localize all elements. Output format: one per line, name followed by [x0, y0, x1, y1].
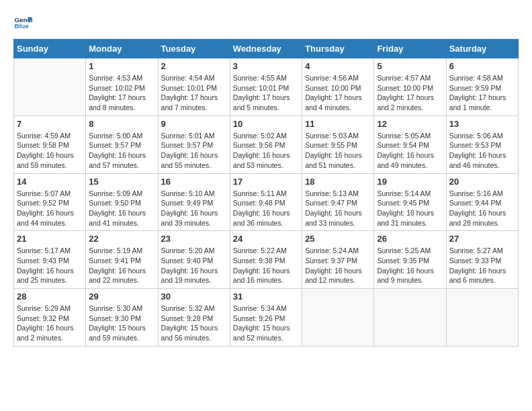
day-info: Sunrise: 5:13 AM Sunset: 9:47 PM Dayligh…	[305, 189, 371, 228]
calendar-cell: 6Sunrise: 4:58 AM Sunset: 9:59 PM Daylig…	[446, 58, 518, 116]
logo-icon: General Blue	[13, 13, 32, 32]
svg-text:Blue: Blue	[14, 22, 29, 30]
day-number: 20	[449, 177, 515, 187]
day-number: 9	[161, 119, 227, 129]
day-number: 6	[449, 61, 515, 71]
calendar-cell: 24Sunrise: 5:22 AM Sunset: 9:38 PM Dayli…	[230, 231, 302, 289]
calendar-cell: 14Sunrise: 5:07 AM Sunset: 9:52 PM Dayli…	[14, 173, 86, 231]
day-number: 14	[17, 177, 83, 187]
calendar-cell: 28Sunrise: 5:29 AM Sunset: 9:32 PM Dayli…	[14, 289, 86, 347]
day-info: Sunrise: 4:58 AM Sunset: 9:59 PM Dayligh…	[449, 73, 515, 113]
calendar-cell: 3Sunrise: 4:55 AM Sunset: 10:01 PM Dayli…	[230, 58, 302, 116]
calendar-cell	[302, 289, 374, 347]
day-number: 10	[233, 119, 299, 129]
day-info: Sunrise: 5:29 AM Sunset: 9:32 PM Dayligh…	[17, 304, 83, 343]
column-header-monday: Monday	[86, 40, 158, 58]
calendar-cell: 7Sunrise: 4:59 AM Sunset: 9:58 PM Daylig…	[14, 116, 86, 173]
day-info: Sunrise: 5:02 AM Sunset: 9:56 PM Dayligh…	[233, 131, 299, 171]
day-info: Sunrise: 5:27 AM Sunset: 9:33 PM Dayligh…	[449, 246, 515, 285]
day-number: 28	[17, 291, 83, 302]
day-info: Sunrise: 5:11 AM Sunset: 9:48 PM Dayligh…	[233, 189, 299, 228]
calendar-cell: 29Sunrise: 5:30 AM Sunset: 9:30 PM Dayli…	[86, 289, 158, 347]
calendar-week-row: 14Sunrise: 5:07 AM Sunset: 9:52 PM Dayli…	[14, 173, 519, 231]
day-number: 31	[233, 291, 299, 302]
column-header-saturday: Saturday	[446, 40, 518, 58]
calendar-cell	[374, 289, 446, 347]
calendar-cell: 11Sunrise: 5:03 AM Sunset: 9:55 PM Dayli…	[302, 116, 374, 173]
day-number: 30	[161, 291, 227, 302]
calendar-cell: 9Sunrise: 5:01 AM Sunset: 9:57 PM Daylig…	[158, 116, 230, 173]
day-number: 13	[449, 119, 515, 129]
day-info: Sunrise: 5:34 AM Sunset: 9:26 PM Dayligh…	[233, 304, 299, 343]
day-number: 18	[305, 177, 371, 187]
calendar-cell: 26Sunrise: 5:25 AM Sunset: 9:35 PM Dayli…	[374, 231, 446, 289]
day-info: Sunrise: 5:19 AM Sunset: 9:41 PM Dayligh…	[89, 246, 154, 285]
calendar-cell: 19Sunrise: 5:14 AM Sunset: 9:45 PM Dayli…	[374, 173, 446, 231]
calendar-cell: 10Sunrise: 5:02 AM Sunset: 9:56 PM Dayli…	[230, 116, 302, 173]
day-info: Sunrise: 5:07 AM Sunset: 9:52 PM Dayligh…	[17, 189, 83, 228]
logo: General Blue	[13, 13, 32, 32]
day-number: 5	[377, 61, 443, 71]
calendar-table: SundayMondayTuesdayWednesdayThursdayFrid…	[13, 39, 519, 347]
calendar-cell: 30Sunrise: 5:32 AM Sunset: 9:28 PM Dayli…	[158, 289, 230, 347]
calendar-cell: 1Sunrise: 4:53 AM Sunset: 10:02 PM Dayli…	[86, 58, 158, 116]
column-header-tuesday: Tuesday	[158, 40, 230, 58]
column-header-sunday: Sunday	[14, 40, 86, 58]
day-info: Sunrise: 5:25 AM Sunset: 9:35 PM Dayligh…	[377, 246, 443, 285]
calendar-cell: 4Sunrise: 4:56 AM Sunset: 10:00 PM Dayli…	[302, 58, 374, 116]
calendar-cell: 23Sunrise: 5:20 AM Sunset: 9:40 PM Dayli…	[158, 231, 230, 289]
day-info: Sunrise: 5:03 AM Sunset: 9:55 PM Dayligh…	[305, 131, 371, 171]
day-number: 3	[233, 61, 299, 71]
day-number: 7	[17, 119, 83, 129]
day-number: 23	[161, 234, 227, 244]
day-number: 16	[161, 177, 227, 187]
calendar-week-row: 1Sunrise: 4:53 AM Sunset: 10:02 PM Dayli…	[14, 58, 519, 116]
day-number: 22	[89, 234, 154, 244]
day-info: Sunrise: 5:05 AM Sunset: 9:54 PM Dayligh…	[377, 131, 443, 171]
day-info: Sunrise: 4:57 AM Sunset: 10:00 PM Daylig…	[377, 73, 443, 113]
day-info: Sunrise: 5:32 AM Sunset: 9:28 PM Dayligh…	[161, 304, 227, 343]
day-number: 19	[377, 177, 443, 187]
calendar-week-row: 21Sunrise: 5:17 AM Sunset: 9:43 PM Dayli…	[14, 231, 519, 289]
day-number: 12	[377, 119, 443, 129]
column-header-wednesday: Wednesday	[230, 40, 302, 58]
day-number: 17	[233, 177, 299, 187]
column-header-thursday: Thursday	[302, 40, 374, 58]
calendar-cell: 13Sunrise: 5:06 AM Sunset: 9:53 PM Dayli…	[446, 116, 518, 173]
day-info: Sunrise: 5:10 AM Sunset: 9:49 PM Dayligh…	[161, 189, 227, 228]
day-info: Sunrise: 5:20 AM Sunset: 9:40 PM Dayligh…	[161, 246, 227, 285]
day-number: 29	[89, 291, 154, 302]
calendar-cell: 16Sunrise: 5:10 AM Sunset: 9:49 PM Dayli…	[158, 173, 230, 231]
day-number: 8	[89, 119, 154, 129]
day-info: Sunrise: 5:14 AM Sunset: 9:45 PM Dayligh…	[377, 189, 443, 228]
day-number: 26	[377, 234, 443, 244]
day-number: 24	[233, 234, 299, 244]
day-info: Sunrise: 4:59 AM Sunset: 9:58 PM Dayligh…	[17, 131, 83, 171]
day-number: 2	[161, 61, 227, 71]
day-info: Sunrise: 5:16 AM Sunset: 9:44 PM Dayligh…	[449, 189, 515, 228]
day-number: 25	[305, 234, 371, 244]
calendar-cell	[446, 289, 518, 347]
day-info: Sunrise: 5:00 AM Sunset: 9:57 PM Dayligh…	[89, 131, 154, 171]
day-info: Sunrise: 5:01 AM Sunset: 9:57 PM Dayligh…	[161, 131, 227, 171]
calendar-cell: 12Sunrise: 5:05 AM Sunset: 9:54 PM Dayli…	[374, 116, 446, 173]
day-info: Sunrise: 4:56 AM Sunset: 10:00 PM Daylig…	[305, 73, 371, 113]
column-header-friday: Friday	[374, 40, 446, 58]
calendar-cell: 17Sunrise: 5:11 AM Sunset: 9:48 PM Dayli…	[230, 173, 302, 231]
day-info: Sunrise: 5:30 AM Sunset: 9:30 PM Dayligh…	[89, 304, 154, 343]
calendar-cell: 8Sunrise: 5:00 AM Sunset: 9:57 PM Daylig…	[86, 116, 158, 173]
calendar-week-row: 28Sunrise: 5:29 AM Sunset: 9:32 PM Dayli…	[14, 289, 519, 347]
calendar-cell: 27Sunrise: 5:27 AM Sunset: 9:33 PM Dayli…	[446, 231, 518, 289]
calendar-cell: 21Sunrise: 5:17 AM Sunset: 9:43 PM Dayli…	[14, 231, 86, 289]
calendar-cell: 18Sunrise: 5:13 AM Sunset: 9:47 PM Dayli…	[302, 173, 374, 231]
calendar-week-row: 7Sunrise: 4:59 AM Sunset: 9:58 PM Daylig…	[14, 116, 519, 173]
page-header: General Blue	[13, 13, 519, 32]
day-info: Sunrise: 5:09 AM Sunset: 9:50 PM Dayligh…	[89, 189, 154, 228]
calendar-cell: 20Sunrise: 5:16 AM Sunset: 9:44 PM Dayli…	[446, 173, 518, 231]
day-info: Sunrise: 4:54 AM Sunset: 10:01 PM Daylig…	[161, 73, 227, 113]
day-number: 1	[89, 61, 154, 71]
calendar-header-row: SundayMondayTuesdayWednesdayThursdayFrid…	[14, 40, 519, 58]
calendar-cell: 5Sunrise: 4:57 AM Sunset: 10:00 PM Dayli…	[374, 58, 446, 116]
day-number: 15	[89, 177, 154, 187]
calendar-cell: 15Sunrise: 5:09 AM Sunset: 9:50 PM Dayli…	[86, 173, 158, 231]
